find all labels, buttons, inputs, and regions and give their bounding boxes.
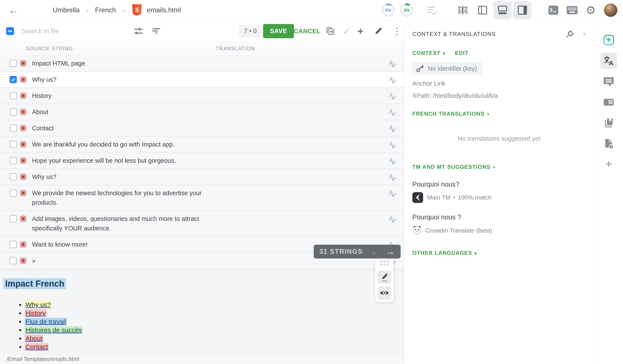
approve-icon[interactable]: ✓ xyxy=(343,25,351,37)
glossary-tab-icon[interactable] xyxy=(601,115,617,131)
copy-source-icon[interactable] xyxy=(325,26,335,36)
file-info-tab-icon[interactable] xyxy=(601,136,617,152)
spellcheck-icon: A xyxy=(388,173,396,182)
string-row[interactable]: Why us? A xyxy=(0,72,404,87)
untranslated-status-icon xyxy=(20,216,26,222)
approved-progress-ring[interactable]: 3% xyxy=(400,3,414,17)
tm-section-header[interactable]: TM AND MT SUGGESTIONS xyxy=(412,164,490,170)
row-checkbox[interactable] xyxy=(9,60,17,67)
preview-nav-list: Why us? History Flux de travail Histoire… xyxy=(3,301,404,351)
preview-link[interactable]: About xyxy=(25,335,43,342)
right-panel-view-icon[interactable] xyxy=(513,1,532,19)
breadcrumb-file[interactable]: emails.html xyxy=(147,6,181,14)
drag-handle-icon[interactable] xyxy=(380,261,389,265)
comfortable-view-icon[interactable] xyxy=(493,1,512,19)
ai-assistant-icon[interactable] xyxy=(601,32,617,48)
row-checkbox[interactable] xyxy=(9,141,17,148)
add-string-icon[interactable]: + xyxy=(357,25,363,37)
search-input[interactable] xyxy=(22,27,115,35)
string-key-field[interactable]: No identifier (key) xyxy=(412,62,483,75)
preview-visibility-button[interactable] xyxy=(378,286,391,300)
pin-icon[interactable] xyxy=(566,30,574,38)
svg-text:A: A xyxy=(609,60,614,66)
add-panel-icon[interactable]: + xyxy=(605,158,612,171)
tools-sidebar: A xyxy=(595,20,623,364)
preview-link[interactable]: Why us? xyxy=(25,301,52,308)
select-all-checkbox[interactable] xyxy=(6,27,14,35)
row-checkbox[interactable] xyxy=(9,257,17,264)
source-string: Add images, videos, questionaries and mu… xyxy=(32,214,218,233)
preview-link[interactable]: Histoires de succès xyxy=(25,326,83,334)
source-string: Why us? xyxy=(32,172,56,182)
string-row[interactable]: Impact HTML page A xyxy=(0,56,404,71)
filter-icon[interactable] xyxy=(151,26,161,36)
source-string: Why us? xyxy=(32,75,56,84)
source-string: Contact xyxy=(32,123,54,133)
side-by-side-view-icon[interactable] xyxy=(473,1,492,19)
suggestion-source: Crowdin Translate (beta) xyxy=(426,227,492,234)
translated-percent: 5% xyxy=(381,3,395,17)
more-options-icon[interactable]: ⋮ xyxy=(392,26,401,36)
row-checkbox[interactable] xyxy=(9,76,17,83)
string-row[interactable]: We provide the newest technologies for y… xyxy=(0,185,404,210)
context-card-tab-icon[interactable] xyxy=(601,94,617,110)
save-button[interactable]: SAVE xyxy=(263,24,294,38)
panel-collapse-icon[interactable]: ▾ xyxy=(583,31,586,37)
row-checkbox[interactable] xyxy=(9,173,17,181)
untranslated-status-icon xyxy=(20,241,26,248)
context-section-label[interactable]: CONTEXT xyxy=(412,50,441,56)
source-string: We provide the newest technologies for y… xyxy=(32,188,218,207)
row-checkbox[interactable] xyxy=(9,124,17,132)
preview-link[interactable]: Flux de travail xyxy=(25,318,67,325)
avatar[interactable] xyxy=(604,3,617,17)
other-languages-header[interactable]: OTHER LANGUAGES xyxy=(412,250,472,256)
top-header: ← Umbrella › French › 5 emails.html 5% 3… xyxy=(0,0,623,20)
row-checkbox[interactable] xyxy=(9,215,17,222)
context-panel: CONTEXT & TRANSLATIONS ▾ CONTEXT ▸ EDIT … xyxy=(404,20,595,364)
dot-separator: • xyxy=(453,194,455,201)
preview-edit-button[interactable] xyxy=(378,271,391,284)
translated-progress-ring[interactable]: 5% xyxy=(381,3,395,17)
row-checkbox[interactable] xyxy=(9,241,17,248)
string-row[interactable]: Hope your experience will be not less bu… xyxy=(0,153,404,168)
translation-column-header: TRANSLATION xyxy=(216,46,255,52)
preview-link[interactable]: Contact xyxy=(25,343,49,351)
console-icon[interactable] xyxy=(548,5,559,15)
menu-icon[interactable] xyxy=(29,6,39,14)
preview-link[interactable]: History xyxy=(25,309,46,317)
translations-section-header[interactable]: FRENCH TRANSLATIONS xyxy=(412,111,485,117)
translations-tab-icon[interactable]: A xyxy=(601,53,617,69)
previous-page-icon[interactable]: ← xyxy=(371,247,380,257)
next-page-icon[interactable]: → xyxy=(386,247,395,257)
row-checkbox[interactable] xyxy=(9,108,17,116)
mt-suggestion[interactable]: Pourquoi nous ? Crowdin Translate (beta) xyxy=(412,213,586,236)
string-row[interactable]: Add images, videos, questionaries and mu… xyxy=(0,211,404,236)
breadcrumb-language[interactable]: French xyxy=(95,6,116,14)
string-row[interactable]: History A xyxy=(0,88,404,103)
tm-suggestion[interactable]: Pourquoi nous? Main TM • 100% match xyxy=(412,181,586,203)
row-checkbox[interactable] xyxy=(9,189,17,197)
back-icon[interactable]: ← xyxy=(7,4,20,16)
edit-context-button[interactable]: EDIT xyxy=(455,50,468,56)
string-row[interactable]: Contact A xyxy=(0,121,404,136)
string-row[interactable]: Why us? A xyxy=(0,169,404,184)
untranslated-status-icon xyxy=(20,76,26,83)
breadcrumb-project[interactable]: Umbrella xyxy=(53,6,80,14)
preview-list-item: Histoires de succès xyxy=(25,326,404,334)
comments-tab-icon[interactable] xyxy=(601,73,617,90)
keyboard-icon[interactable] xyxy=(567,6,578,15)
caret-down-icon: ▾ xyxy=(487,111,489,117)
cancel-button[interactable]: CANCEL xyxy=(294,27,321,35)
untranslated-status-icon xyxy=(20,125,26,131)
string-row[interactable]: We are thankful you decided to go with I… xyxy=(0,137,404,152)
row-checkbox[interactable] xyxy=(9,157,17,164)
chevron-right-icon: › xyxy=(122,6,125,15)
row-checkbox[interactable] xyxy=(9,92,17,100)
settings-sliders-icon[interactable] xyxy=(134,26,143,36)
string-row[interactable]: About A xyxy=(0,104,404,120)
edit-icon[interactable] xyxy=(374,27,383,36)
untranslated-status-icon xyxy=(20,190,26,196)
gear-icon[interactable]: ⚙ xyxy=(586,4,596,17)
strings-view-icon[interactable] xyxy=(454,1,472,19)
svg-text:A: A xyxy=(389,215,393,222)
